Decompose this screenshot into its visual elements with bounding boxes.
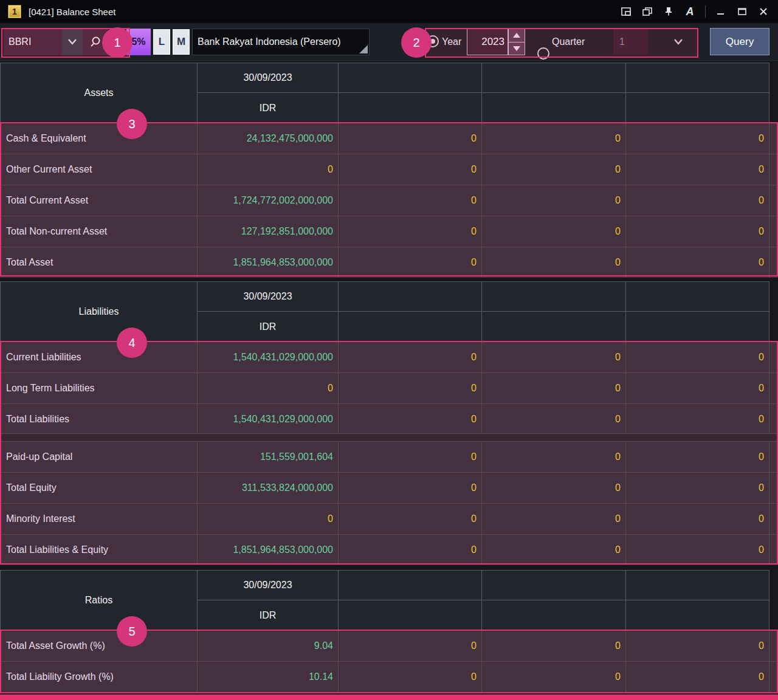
- value-cell: 0: [482, 442, 626, 472]
- column-date: 30/09/2023: [198, 281, 339, 312]
- value-cell: 0: [626, 216, 769, 247]
- arrow-down-icon: [513, 46, 520, 51]
- value-cell: 0: [482, 373, 626, 403]
- column-unit: IDR: [198, 93, 339, 123]
- value-cell: 0: [626, 342, 769, 372]
- annotation-circle-4: 4: [117, 328, 147, 358]
- value-cell: 10.14: [198, 662, 339, 692]
- tile-window-icon[interactable]: [620, 5, 632, 18]
- value-cell: 1,540,431,029,000,000: [198, 404, 339, 434]
- value-cell: 0: [339, 504, 482, 534]
- table-row: Total Liability Growth (%) 10.14 0 0 0: [0, 661, 778, 692]
- annotation-circle-1: 1: [102, 27, 133, 58]
- value-cell: 0: [339, 373, 482, 403]
- column-date: 30/09/2023: [198, 63, 339, 93]
- value-cell: 0: [339, 535, 482, 565]
- highlight-bottom-strip: [0, 695, 778, 700]
- row-label: Total Liabilities: [0, 404, 198, 434]
- value-cell: 0: [626, 123, 769, 154]
- value-cell: 0: [339, 247, 482, 278]
- table-row: Total Current Asset 1,724,772,002,000,00…: [0, 185, 778, 216]
- query-button[interactable]: Query: [710, 28, 769, 55]
- value-cell: 0: [482, 216, 626, 247]
- value-cell: 0: [339, 662, 482, 692]
- row-label: Total Equity: [0, 473, 198, 503]
- value-cell: 0: [339, 216, 482, 247]
- year-radio-label: Year: [442, 29, 461, 55]
- value-cell: 0: [482, 535, 626, 565]
- value-cell: 151,559,001,604: [198, 442, 339, 472]
- row-label: Current Liabilities: [0, 342, 198, 372]
- value-cell: 0: [626, 631, 769, 661]
- year-spin-up-button[interactable]: [509, 29, 525, 43]
- symbol-dropdown-button[interactable]: [62, 29, 83, 55]
- pin-icon[interactable]: [663, 5, 675, 18]
- value-cell: 0: [339, 123, 482, 154]
- symbol-input[interactable]: [4, 29, 62, 55]
- balance-sheet-window: 1 [0421] Balance Sheet A: [0, 0, 778, 700]
- value-cell: 0: [626, 404, 769, 434]
- section-title: Liabilities: [0, 281, 198, 342]
- chevron-down-icon: [672, 38, 685, 46]
- value-cell: 0: [339, 185, 482, 216]
- value-cell: 0: [198, 154, 339, 185]
- font-settings-icon[interactable]: A: [684, 5, 696, 18]
- year-spin-down-button[interactable]: [509, 43, 525, 55]
- value-cell: 0: [339, 442, 482, 472]
- value-cell: 0: [482, 404, 626, 434]
- value-cell: 0: [626, 473, 769, 503]
- window-number-badge: 1: [8, 5, 21, 18]
- value-cell: 1,540,431,029,000,000: [198, 342, 339, 372]
- quarter-value[interactable]: 1: [613, 29, 648, 55]
- resize-grip-icon: [359, 45, 368, 53]
- row-label: Minority Interest: [0, 504, 198, 534]
- row-label: Cash & Equivalent: [0, 123, 198, 154]
- table-row: Total Non-current Asset 127,192,851,000,…: [0, 216, 778, 247]
- quarter-radio[interactable]: [537, 47, 549, 60]
- chevron-down-icon: [66, 38, 78, 46]
- value-cell: 0: [482, 154, 626, 185]
- board-l-button[interactable]: L: [153, 29, 170, 55]
- value-cell: 0: [626, 662, 769, 692]
- value-cell: 0: [626, 373, 769, 403]
- value-cell: 1,724,772,002,000,000: [198, 185, 339, 216]
- section-gap: [0, 433, 778, 442]
- row-label: Total Asset Growth (%): [0, 631, 198, 661]
- row-label: Other Current Asset: [0, 154, 198, 185]
- arrow-up-icon: [513, 33, 520, 38]
- titlebar-separator: [705, 5, 706, 18]
- column-unit: IDR: [198, 312, 339, 342]
- value-cell: 0: [339, 342, 482, 372]
- table-row: Paid-up Capital 151,559,001,604 0 0 0: [0, 442, 778, 472]
- value-cell: 0: [626, 535, 769, 565]
- year-spinner: [508, 29, 525, 55]
- table-row: Total Liabilities 1,540,431,029,000,000 …: [0, 403, 778, 434]
- row-label: Total Liabilities & Equity: [0, 535, 198, 565]
- row-label: Paid-up Capital: [0, 442, 198, 472]
- column-unit: IDR: [198, 600, 339, 631]
- minimize-button[interactable]: [715, 5, 727, 18]
- close-button[interactable]: [757, 5, 769, 18]
- value-cell: 0: [198, 504, 339, 534]
- value-cell: 0: [339, 404, 482, 434]
- cascade-windows-icon[interactable]: [641, 5, 653, 18]
- maximize-button[interactable]: [736, 5, 748, 18]
- value-cell: 0: [626, 247, 769, 278]
- annotation-circle-2: 2: [401, 27, 432, 58]
- value-cell: 0: [339, 473, 482, 503]
- quarter-radio-label: Quarter: [552, 29, 585, 55]
- table-row: Other Current Asset 0 0 0 0: [0, 154, 778, 185]
- value-cell: 24,132,475,000,000: [198, 123, 339, 154]
- company-name: Bank Rakyat Indonesia (Persero): [198, 36, 341, 47]
- value-cell: 0: [482, 123, 626, 154]
- quarter-dropdown-button[interactable]: [665, 30, 692, 53]
- table-row: Total Asset 1,851,964,853,000,000 0 0 0: [0, 247, 778, 278]
- annotation-circle-5: 5: [117, 616, 147, 647]
- section-title: Ratios: [0, 570, 198, 631]
- value-cell: 0: [482, 247, 626, 278]
- row-label: Total Liability Growth (%): [0, 662, 198, 692]
- window-title: [0421] Balance Sheet: [29, 7, 115, 17]
- value-cell: 0: [339, 631, 482, 661]
- year-input[interactable]: 2023: [467, 29, 508, 55]
- board-m-button[interactable]: M: [173, 29, 190, 55]
